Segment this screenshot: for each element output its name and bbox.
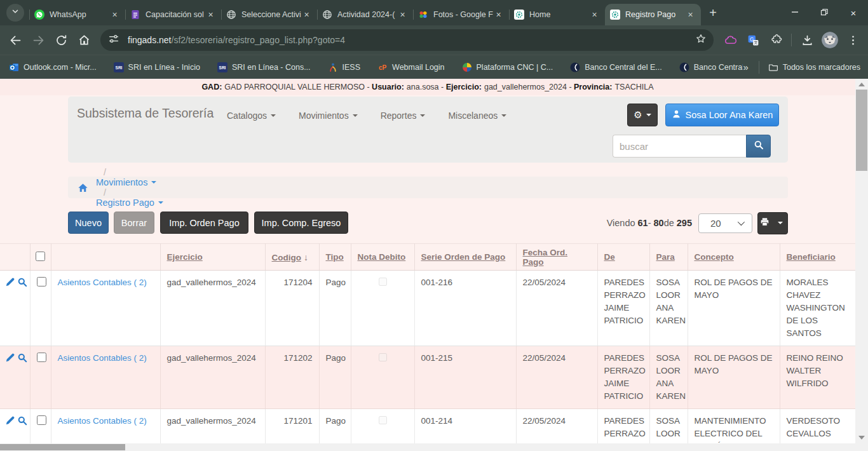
browser-tab[interactable]: Home × — [509, 4, 605, 25]
fingad-icon — [610, 10, 620, 20]
tab-close-icon[interactable]: × — [685, 10, 696, 20]
horizontal-scrollbar-thumb[interactable] — [0, 444, 125, 450]
nuevo-button[interactable]: Nuevo — [68, 212, 109, 234]
back-icon[interactable] — [6, 30, 25, 50]
browser-tab[interactable]: Seleccione Activi × — [221, 4, 317, 25]
asientos-contables-link[interactable]: Asientos Contables ( 2) — [58, 416, 147, 426]
nav-menu-item[interactable]: Catalogos — [227, 111, 276, 121]
bookmark-item[interactable]: Banco Central del E... — [570, 62, 662, 72]
col-beneficiario[interactable]: Beneficiario — [780, 244, 855, 271]
breadcrumb-link[interactable]: Movimientos — [96, 177, 163, 187]
cell-concepto: ROL DE PAGOS DE MAYO — [688, 346, 780, 409]
home-icon[interactable] — [74, 30, 93, 50]
search-input[interactable] — [613, 135, 746, 158]
browser-tab[interactable]: Capacitación sol × — [125, 4, 221, 25]
table-row: Asientos Contables ( 2) gad_vallehermos_… — [0, 346, 855, 409]
search-button[interactable] — [746, 135, 771, 158]
tab-close-icon[interactable]: × — [589, 10, 600, 20]
tab-close-icon[interactable]: × — [205, 10, 216, 20]
reload-icon[interactable] — [51, 30, 71, 50]
nav-menu-item[interactable]: Reportes — [381, 111, 426, 121]
tab-search-button[interactable] — [6, 4, 24, 22]
select-all-checkbox[interactable] — [36, 252, 45, 261]
view-icon[interactable] — [17, 277, 28, 288]
site-settings-icon[interactable] — [108, 33, 122, 47]
extension-cloud-icon[interactable] — [721, 30, 740, 50]
row-checkbox[interactable] — [37, 415, 46, 425]
page-size-select[interactable]: 20 — [698, 213, 752, 233]
edit-icon[interactable] — [5, 277, 16, 288]
new-tab-button[interactable]: + — [703, 3, 722, 22]
view-icon[interactable] — [17, 353, 28, 363]
browser-tab[interactable]: Actividad 2024-( × — [317, 4, 413, 25]
bookmark-item[interactable]: IESS — [328, 62, 361, 72]
col-ejercicio[interactable]: Ejercicio — [160, 244, 265, 271]
bookmark-item[interactable]: Plataforma CNC | C... — [462, 62, 553, 72]
profile-avatar[interactable] — [822, 32, 838, 48]
nav-menu-item[interactable]: Miscelaneos — [448, 111, 506, 121]
chevron-down-icon — [420, 114, 425, 119]
col-codigo[interactable]: Codigo↓ — [265, 244, 319, 271]
tab-close-icon[interactable]: × — [493, 10, 504, 20]
tab-close-icon[interactable]: × — [397, 10, 408, 20]
settings-gear-button[interactable]: ⚙ — [627, 104, 658, 126]
vertical-scrollbar-thumb[interactable] — [856, 90, 867, 171]
cnc-icon — [462, 62, 472, 72]
breadcrumb-home-icon[interactable] — [78, 182, 88, 193]
gphotos-icon — [418, 10, 428, 20]
col-de[interactable]: De — [597, 244, 649, 271]
asientos-contables-link[interactable]: Asientos Contables ( 2) — [58, 278, 147, 287]
col-nota-debito[interactable]: Nota Debito — [351, 244, 414, 271]
user-menu-button[interactable]: Sosa Loor Ana Karen — [665, 104, 779, 126]
borrar-button[interactable]: Borrar — [114, 212, 154, 234]
horizontal-scrollbar[interactable] — [0, 443, 855, 451]
extensions-icon[interactable] — [766, 30, 785, 50]
bookmark-item[interactable]: Banco Central del E... — [679, 62, 743, 72]
downloads-icon[interactable] — [797, 30, 817, 50]
browser-tab[interactable]: WhatsApp × — [29, 4, 125, 25]
web-page: GAD:GAD PARROQUIAL VALLE HERMOSO - Usuar… — [0, 79, 855, 451]
tab-title: Actividad 2024-( — [337, 10, 397, 19]
col-tipo[interactable]: Tipo — [319, 244, 351, 271]
tab-close-icon[interactable]: × — [109, 10, 120, 20]
edit-icon[interactable] — [5, 415, 16, 426]
col-fecha-ord-pago[interactable]: Fecha Ord. Pago — [516, 244, 597, 271]
row-checkbox[interactable] — [37, 277, 46, 286]
minimize-button[interactable] — [780, 0, 810, 25]
bookmark-item[interactable]: Outlook.com - Micr... — [9, 62, 97, 72]
vertical-scrollbar[interactable] — [855, 79, 868, 451]
svg-text:cP: cP — [379, 64, 387, 71]
col-para[interactable]: Para — [649, 244, 688, 271]
browser-window: WhatsApp × Capacitación sol × Seleccione… — [0, 0, 868, 451]
bookmark-item[interactable]: SRI SRI en Línea - Inicio — [114, 62, 200, 72]
scroll-down-icon[interactable] — [858, 436, 865, 440]
bookmarks-overflow-button[interactable]: » — [743, 62, 748, 72]
close-button[interactable]: × — [839, 0, 868, 25]
breadcrumb-link[interactable]: Registro Pago — [96, 198, 163, 208]
view-icon[interactable] — [17, 415, 28, 426]
all-bookmarks-button[interactable]: Todos los marcadores — [783, 63, 860, 72]
col-serie-orden-pago[interactable]: Serie Orden de Pago — [414, 244, 516, 271]
bookmark-label: Banco Central del E... — [694, 63, 743, 72]
bookmark-star-icon[interactable] — [695, 32, 710, 48]
scroll-up-icon[interactable] — [858, 83, 865, 86]
address-bar[interactable]: fingads.net/sf2/tesoreria/registro_pago_… — [100, 29, 714, 51]
browser-tab[interactable]: Fotos - Google F × — [413, 4, 509, 25]
bookmark-label: SRI en Línea - Inicio — [128, 63, 200, 72]
col-concepto[interactable]: Concepto — [688, 244, 780, 271]
nav-menu-item[interactable]: Movimientos — [299, 111, 358, 121]
bookmark-item[interactable]: cP Webmail Login — [377, 62, 444, 72]
asientos-contables-link[interactable]: Asientos Contables ( 2) — [58, 353, 147, 363]
row-checkbox[interactable] — [37, 353, 46, 362]
menu-kebab-icon[interactable] — [843, 30, 862, 50]
restore-button[interactable] — [810, 0, 839, 25]
edit-icon[interactable] — [5, 353, 16, 363]
imprimir-comprobante-egreso-button[interactable]: Imp. Comp. Egreso — [254, 212, 348, 234]
bookmark-item[interactable]: SRI SRI en Línea - Cons... — [217, 62, 311, 72]
imprimir-orden-pago-button[interactable]: Imp. Orden Pago — [160, 212, 248, 234]
browser-tab[interactable]: Registro Pago × — [605, 4, 701, 25]
gad-segment-label: Ejercicio: — [446, 83, 482, 91]
print-button[interactable] — [757, 212, 788, 234]
tab-close-icon[interactable]: × — [301, 10, 312, 20]
translate-icon[interactable]: G — [743, 30, 763, 50]
